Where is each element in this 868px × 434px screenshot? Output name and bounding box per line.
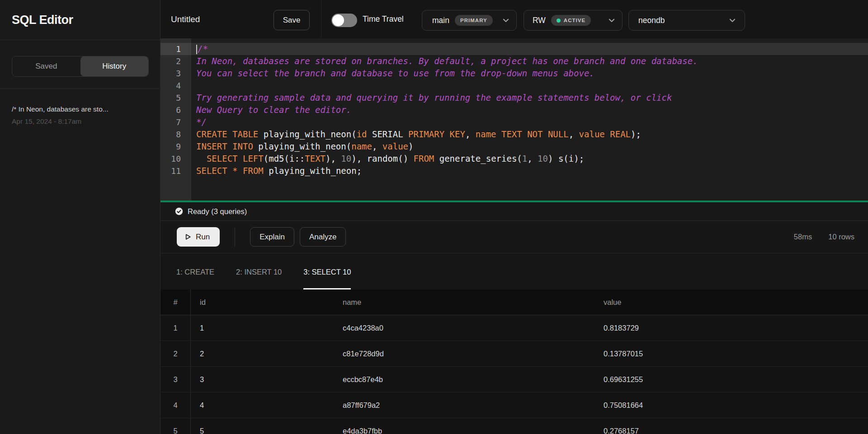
line-number: 9: [160, 140, 191, 153]
table-row[interactable]: 33eccbc87e4b0.69631255: [160, 367, 868, 392]
table-cell: 0.69631255: [594, 375, 868, 384]
editor-line[interactable]: 7*/: [160, 116, 868, 128]
editor-line[interactable]: 11SELECT * FROM playing_with_neon;: [160, 165, 868, 177]
line-code: */: [191, 116, 207, 128]
run-button-label: Run: [196, 233, 210, 242]
editor-toolbar: Untitled Save Time Travel main PRIMARY R…: [160, 0, 868, 38]
branch-primary-badge: PRIMARY: [455, 15, 493, 26]
compute-name: RW: [533, 16, 546, 25]
line-number: 11: [160, 165, 191, 177]
branch-selector[interactable]: main PRIMARY: [422, 10, 517, 31]
result-tab-1-create[interactable]: 1: CREATE: [176, 253, 214, 289]
line-number: 5: [160, 92, 191, 104]
line-code: INSERT INTO playing_with_neon(name, valu…: [191, 140, 414, 153]
line-code: [191, 79, 196, 92]
sidebar-tab-history[interactable]: History: [80, 56, 149, 76]
line-code: New Query to clear the editor.: [191, 104, 351, 116]
run-button[interactable]: Run: [177, 227, 220, 247]
sql-editor-app: SQL Editor SavedHistory /* In Neon, data…: [0, 0, 868, 434]
result-tab-3-select-10[interactable]: 3: SELECT 10: [303, 253, 351, 289]
compute-badge-label: ACTIVE: [564, 18, 585, 23]
table-row[interactable]: 44a87ff679a20.75081664: [160, 392, 868, 418]
chevron-down-icon: [502, 16, 510, 24]
editor-line[interactable]: 6New Query to clear the editor.: [160, 104, 868, 116]
table-cell: 1: [191, 324, 334, 332]
query-row-count: 10 rows: [828, 233, 854, 241]
history-item-timestamp: Apr 15, 2024 - 8:17am: [12, 117, 148, 126]
saved-history-segmented-control: SavedHistory: [12, 56, 149, 77]
sidebar-tabs-wrap: SavedHistory: [0, 40, 160, 89]
analyze-button[interactable]: Analyze: [300, 227, 346, 247]
line-code: Try generating sample data and querying …: [191, 92, 672, 104]
status-text: Ready (3 queries): [188, 207, 247, 216]
query-title: Untitled: [171, 0, 200, 38]
branch-name: main: [432, 16, 449, 25]
editor-line[interactable]: 3You can select the branch and database …: [160, 67, 868, 79]
table-cell: 4: [191, 401, 334, 410]
editor-line[interactable]: 8CREATE TABLE playing_with_neon(id SERIA…: [160, 128, 868, 140]
actions-bar: Run Explain Analyze 58ms 10 rows: [160, 221, 868, 253]
table-cell: 0.13787015: [594, 350, 868, 358]
result-tab-2-insert-10[interactable]: 2: INSERT 10: [236, 253, 282, 289]
table-row[interactable]: 11c4ca4238a00.8183729: [160, 315, 868, 341]
editor-line[interactable]: 2In Neon, databases are stored on branch…: [160, 55, 868, 67]
active-status-dot: [557, 19, 561, 23]
sidebar-tab-saved[interactable]: Saved: [12, 56, 80, 76]
editor-line[interactable]: 5Try generating sample data and querying…: [160, 92, 868, 104]
table-cell: 2: [191, 350, 334, 358]
table-cell: 4: [160, 392, 191, 418]
line-code: SELECT * FROM playing_with_neon;: [191, 165, 362, 177]
table-cell: 0.8183729: [594, 324, 868, 332]
column-header-num: #: [160, 289, 191, 315]
table-cell: 3: [191, 375, 334, 384]
toolbar-divider: [321, 0, 321, 38]
database-selector[interactable]: neondb: [628, 10, 745, 31]
table-cell: 5: [160, 418, 191, 434]
code-editor[interactable]: 1/*2In Neon, databases are stored on bra…: [160, 38, 868, 201]
editor-line[interactable]: 10 SELECT LEFT(md5(i::TEXT), 10), random…: [160, 153, 868, 165]
save-button[interactable]: Save: [274, 10, 310, 30]
status-bar: Ready (3 queries): [160, 202, 868, 221]
editor-line[interactable]: 9INSERT INTO playing_with_neon(name, val…: [160, 140, 868, 153]
result-tabs: 1: CREATE2: INSERT 103: SELECT 10: [160, 253, 868, 289]
line-code: In Neon, databases are stored on branche…: [191, 55, 698, 67]
line-number: 4: [160, 79, 191, 92]
history-item-title: /* In Neon, databases are sto...: [12, 105, 148, 113]
editor-line[interactable]: 4: [160, 79, 868, 92]
database-name: neondb: [638, 16, 665, 25]
table-cell: 1: [160, 315, 191, 341]
table-header-row: #idnamevalue: [160, 289, 868, 315]
query-duration: 58ms: [794, 233, 812, 241]
play-icon: [184, 233, 192, 241]
actions-divider: [235, 228, 235, 247]
line-number: 1: [160, 43, 191, 55]
ready-check-icon: [175, 207, 183, 215]
line-code: You can select the branch and database t…: [191, 67, 594, 79]
history-list-item[interactable]: /* In Neon, databases are sto... Apr 15,…: [0, 89, 160, 126]
line-number: 3: [160, 67, 191, 79]
column-header-value: value: [594, 298, 868, 307]
line-number: 7: [160, 116, 191, 128]
table-row[interactable]: 22c81e728d9d0.13787015: [160, 341, 868, 367]
table-cell: c81e728d9d: [334, 350, 594, 358]
line-number: 2: [160, 55, 191, 67]
line-number: 10: [160, 153, 191, 165]
sidebar: SQL Editor SavedHistory /* In Neon, data…: [0, 0, 160, 434]
line-code: CREATE TABLE playing_with_neon(id SERIAL…: [191, 128, 641, 140]
line-code: SELECT LEFT(md5(i::TEXT), 10), random() …: [191, 153, 584, 165]
sidebar-header: SQL Editor: [0, 0, 160, 40]
line-number: 8: [160, 128, 191, 140]
table-cell: eccbc87e4b: [334, 375, 594, 384]
explain-button[interactable]: Explain: [250, 227, 294, 247]
compute-selector[interactable]: RW ACTIVE: [524, 10, 623, 31]
table-cell: e4da3b7fbb: [334, 427, 594, 434]
time-travel-label: Time Travel: [363, 0, 404, 38]
table-row[interactable]: 55e4da3b7fbb0.2768157: [160, 418, 868, 434]
results-table: #idnamevalue11c4ca4238a00.818372922c81e7…: [160, 289, 868, 434]
compute-active-badge: ACTIVE: [551, 15, 591, 26]
editor-line[interactable]: 1/*: [160, 43, 868, 55]
text-cursor: [196, 45, 197, 54]
table-cell: c4ca4238a0: [334, 324, 594, 332]
editor-lines: 1/*2In Neon, databases are stored on bra…: [160, 43, 868, 177]
time-travel-toggle[interactable]: [331, 14, 357, 27]
